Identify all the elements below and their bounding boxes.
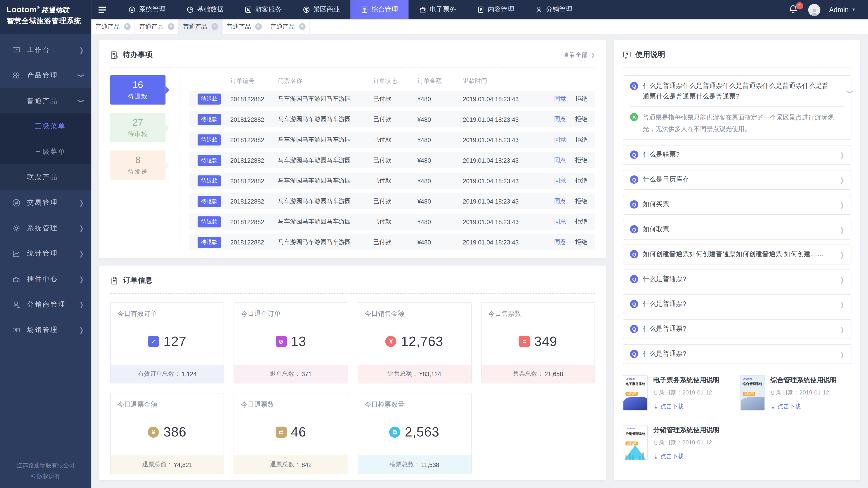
download-link[interactable]: ⭳点击下载: [770, 402, 837, 410]
chevron-right-icon: ❯: [79, 275, 83, 283]
sidebar-footer: 江苏路通物联有限公司 © 版权所有: [0, 460, 91, 482]
approve-link[interactable]: 同意: [554, 156, 566, 164]
view-all-link[interactable]: 查看全部❯: [563, 51, 595, 59]
sidebar-item-workbench[interactable]: 工作台❯: [0, 37, 91, 63]
faq-item[interactable]: Q 如何买票 ❯: [623, 195, 851, 215]
faq-item-expanded[interactable]: Q 什么是普通票什么是普通票什么是普通票什么是普通票什么是普通票什么是普通票什么…: [623, 75, 851, 140]
logo: Lootom®路通物联 智慧全域旅游管理系统: [0, 0, 91, 34]
topnav-system-management[interactable]: 系统管理: [118, 0, 176, 20]
chevron-down-icon[interactable]: ❯: [830, 90, 854, 94]
stat-card-tickets-checked[interactable]: 今日检票数量 ⧉2,563 检票总数：11,538: [358, 393, 471, 474]
download-link[interactable]: ⭳点击下载: [653, 452, 720, 460]
reject-link[interactable]: 拒绝: [575, 238, 587, 246]
close-icon[interactable]: [211, 23, 218, 30]
chevron-right-icon: ❯: [840, 176, 844, 184]
faq-item[interactable]: Q 如何取票 ❯: [623, 219, 851, 239]
table-row: 待退款 2018122882 马车游园马车游园马车游园 已付款 ¥480 201…: [189, 152, 595, 168]
topnav-content-management[interactable]: 内容管理: [467, 0, 525, 20]
topnav-integrated-management[interactable]: 综合管理: [350, 0, 408, 20]
username: Admin: [829, 6, 849, 13]
reject-link[interactable]: 拒绝: [575, 217, 587, 226]
sidebar-item-normal-product[interactable]: 普通产品❯: [0, 88, 91, 113]
stat-pending-review[interactable]: 27 待审核: [110, 113, 165, 142]
stat-pending-refund[interactable]: 16 待退款: [110, 75, 165, 105]
approve-link[interactable]: 同意: [554, 176, 566, 185]
tab-strip: 普通产品 普通产品 普通产品 普通产品 普通产品: [91, 20, 868, 34]
reject-link[interactable]: 拒绝: [575, 197, 587, 205]
tab-normal-product-5[interactable]: 普通产品: [266, 20, 310, 34]
faq-item[interactable]: Q 什么是日历库存 ❯: [623, 170, 851, 190]
faq-item[interactable]: Q 什么是普通票? ❯: [623, 294, 851, 314]
close-icon[interactable]: [167, 23, 174, 30]
reject-link[interactable]: 拒绝: [575, 176, 587, 185]
sidebar-item-product-management[interactable]: 产品管理❯: [0, 63, 91, 88]
topnav-distribution-management[interactable]: 分销管理: [525, 0, 583, 20]
approve-link[interactable]: 同意: [554, 135, 566, 144]
sidebar-item-statistics-management[interactable]: 统计管理❯: [0, 240, 91, 266]
topnav-basic-data[interactable]: 基础数据: [176, 0, 234, 20]
sidebar-item-joint-ticket-product[interactable]: 联票产品: [0, 164, 91, 190]
reject-link[interactable]: 拒绝: [575, 156, 587, 164]
tab-normal-product-3-active[interactable]: 普通产品: [179, 20, 222, 34]
stat-card-valid-orders[interactable]: 今日有效订单 ✓127 有效订单总数：1,124: [110, 302, 224, 383]
manual-thumbnail: Lootom 综合管理系统 使用说明: [740, 375, 765, 410]
puzzle-icon: [12, 275, 21, 283]
todo-stats: 16 待退款 27 待审核 8 待发送: [110, 75, 165, 250]
notifications-bell-icon[interactable]: 2: [788, 4, 799, 15]
divider: [623, 68, 851, 68]
close-icon[interactable]: [124, 23, 130, 30]
hamburger-menu-icon[interactable]: [91, 0, 114, 20]
approve-link[interactable]: 同意: [554, 197, 566, 205]
user-menu[interactable]: Admin ▼: [829, 6, 856, 13]
sidebar-item-venue-management[interactable]: 场馆管理❯: [0, 317, 91, 343]
status-badge: 待退款: [197, 175, 221, 186]
download-link[interactable]: ⭳点击下载: [653, 402, 720, 410]
stat-card-tickets-refunded[interactable]: 今日退票数 ⇄46 退票总数：842: [234, 393, 348, 474]
approve-link[interactable]: 同意: [554, 238, 566, 246]
close-icon[interactable]: [299, 23, 305, 30]
order-info-card: 订单信息 今日有效订单 ✓127 有效订单总数：1,124 今日退单订单 ⊘13…: [99, 266, 606, 480]
faq-item[interactable]: Q 什么是普通票? ❯: [623, 319, 851, 339]
close-icon[interactable]: [255, 23, 261, 30]
stat-card-sales-amount[interactable]: 今日销售金额 ¥12,763 销售总额：¥83,124: [358, 302, 471, 383]
logo-subtitle: 智慧全域旅游管理系统: [6, 16, 91, 26]
stat-pending-send[interactable]: 8 待发送: [110, 151, 165, 180]
sidebar-item-distributor-management[interactable]: 分销商管理❯: [0, 292, 91, 317]
faq-item[interactable]: Q 什么是普通票? ❯: [623, 344, 851, 364]
table-row: 待退款 2018122882 马车游园马车游园马车游园 已付款 ¥480 201…: [189, 132, 595, 148]
tab-normal-product-1[interactable]: 普通产品: [91, 20, 135, 34]
approve-link[interactable]: 同意: [554, 95, 566, 103]
topnav-e-ticketing[interactable]: 电子票务: [408, 0, 467, 20]
sidebar: Lootom®路通物联 智慧全域旅游管理系统 工作台❯ 产品管理❯ 普通产品❯ …: [0, 0, 91, 488]
faq-question: 什么是普通票什么是普通票什么是普通票什么是普通票什么是普通票什么是普通票什么是普…: [643, 81, 835, 102]
stat-card-refund-orders[interactable]: 今日退单订单 ⊘13 退单总数：371: [234, 302, 348, 383]
sidebar-item-level3-menu-active[interactable]: 三级菜单: [0, 113, 91, 139]
table-header: 订单编号 门票名称 订单状态 订单金额 退款时间: [189, 75, 595, 86]
reject-link[interactable]: 拒绝: [575, 115, 587, 123]
faq-item[interactable]: Q 什么是普通票? ❯: [623, 269, 851, 289]
reject-link[interactable]: 拒绝: [575, 95, 587, 103]
faq-item[interactable]: Q 如何创建普通票如何创建普通票如何创建普通票 如何创建…… ❯: [623, 245, 851, 264]
sidebar-item-level3-menu[interactable]: 三级菜单: [0, 139, 91, 164]
status-badge: 待退款: [197, 134, 221, 145]
faq-item[interactable]: Q 什么是联票? ❯: [623, 145, 851, 165]
topnav-visitor-service[interactable]: 游客服务: [234, 0, 292, 20]
chevron-right-icon: ❯: [79, 326, 83, 333]
money-bag-icon: ¥: [148, 427, 159, 437]
chevron-right-icon: ❯: [840, 301, 844, 308]
approve-link[interactable]: 同意: [554, 217, 566, 226]
sidebar-item-trade-management[interactable]: 交易管理❯: [0, 190, 91, 215]
stat-card-ticket-refund-amount[interactable]: 今日退票金额 ¥386 退票总额：¥4,821: [110, 393, 224, 474]
reject-link[interactable]: 拒绝: [575, 135, 587, 144]
todo-table: 订单编号 门票名称 订单状态 订单金额 退款时间 待退款 2018122882 …: [189, 75, 595, 250]
answer-icon: A: [630, 113, 638, 122]
manual-title: 综合管理系统使用说明: [770, 376, 837, 385]
tab-normal-product-4[interactable]: 普通产品: [222, 20, 266, 34]
tab-normal-product-2[interactable]: 普通产品: [135, 20, 179, 34]
sidebar-item-system-management[interactable]: 系统管理❯: [0, 215, 91, 241]
stat-card-tickets-sold[interactable]: 今日售票数 =349 售票总数：21,658: [481, 302, 595, 383]
sidebar-item-plugin-center[interactable]: 插件中心❯: [0, 266, 91, 292]
avatar[interactable]: [808, 4, 820, 16]
topnav-scenic-commerce[interactable]: 景区商业: [292, 0, 350, 20]
approve-link[interactable]: 同意: [554, 115, 566, 123]
